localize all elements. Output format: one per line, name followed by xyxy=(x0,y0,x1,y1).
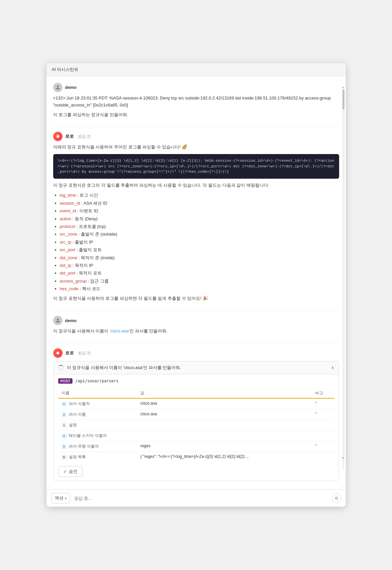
ai-time-1: 방금 전 xyxy=(78,134,91,139)
field-value xyxy=(137,431,312,441)
field-value: regex xyxy=(137,441,312,452)
ai-message-2: 로로 방금 전 이 정규식을 사용해서 이름이 'cisco.asa'인 파서를… xyxy=(53,348,339,481)
api-call-body: POST /api/sonar/parsers 이름 값 비고 xyxy=(54,374,339,481)
user-message-2: demo 이 정규식을 사용해서 이름이 'cisco.asa'인 파서를 만들… xyxy=(53,316,339,335)
col-value: 값 xyxy=(137,388,312,398)
field-protocol: protocol : 프로토콜 (tcp) xyxy=(60,223,339,230)
api-call-prompt: 이 정규식을 사용해서 이름이 'cisco.asa'인 파서를 만들어줘. xyxy=(67,365,181,371)
svg-point-2 xyxy=(57,318,59,320)
response-input[interactable] xyxy=(73,494,329,503)
loading-spinner xyxy=(58,365,64,370)
col-name: 이름 xyxy=(58,388,137,398)
api-call-header-left: 이 정규식을 사용해서 이름이 'cisco.asa'인 파서를 만들어줘. xyxy=(58,365,181,371)
action-label: 액션 xyxy=(55,495,64,501)
ai-description: 이 정규 표현식은 로그의 각 필드를 추출하여 파싱하는 데 사용할 수 있습… xyxy=(53,182,339,189)
check-icon: ✓ xyxy=(63,469,67,474)
scrollbar-thumb[interactable] xyxy=(342,90,344,109)
ai-message-1: 로로 방금 전 아래의 정규 표현식을 사용하여 주어진 로그를 파싱할 수 있… xyxy=(53,132,339,302)
title-bar: AI 어시스턴트 xyxy=(47,63,346,76)
params-table: 이름 값 비고 A파서 식별자 cisco.asa * xyxy=(58,388,334,462)
bottom-bar: 액션 ▾ ⊙ xyxy=(47,489,346,507)
ai-message-body-1: 아래의 정규 표현식을 사용하여 주어진 로그를 파싱할 수 있습니다! 🌈 \… xyxy=(53,144,339,302)
table-row: A파서 식별자 cisco.asa * xyxy=(58,398,334,409)
field-name-cell: A파서 유형 식별자 xyxy=(58,441,137,452)
scrollbar-track[interactable] xyxy=(342,90,344,469)
user-header-1: demo xyxy=(53,83,339,92)
field-event_id: event_id : 이벤트 ID xyxy=(60,207,339,215)
type-badge-d: D xyxy=(62,455,67,460)
field-required xyxy=(312,452,334,463)
user-name-1: demo xyxy=(65,85,77,90)
ai-time-2: 방금 전 xyxy=(78,350,91,356)
field-dst_zone: dst_zone : 목적지 존 (inside) xyxy=(60,254,339,262)
api-call-box: 이 정규식을 사용해서 이름이 'cisco.asa'인 파서를 만들어줘. ∧… xyxy=(53,361,339,481)
user-message-text-2: 이 정규식을 사용해서 이름이 'cisco.asa'인 파서를 만들어줘. xyxy=(53,328,339,335)
ai-logo-1 xyxy=(53,132,63,141)
chat-area[interactable]: demo <132>:Jun 18 23:01:35 PDT: %ASA-ses… xyxy=(47,76,346,489)
scroll-down-arrow[interactable]: ▼ xyxy=(342,457,344,459)
avatar-2 xyxy=(53,316,63,325)
avatar-1 xyxy=(53,83,63,92)
field-value: { "regex": "\<d+>:(?<log_time>[A-Za-z]{3… xyxy=(137,452,312,463)
type-badge-a5: A xyxy=(62,444,67,449)
field-name-cell: A파서 이름 xyxy=(58,409,137,420)
ai-intro: 아래의 정규 표현식을 사용하여 주어진 로그를 파싱할 수 있습니다! 🌈 xyxy=(53,144,339,151)
svg-point-0 xyxy=(57,86,59,88)
svg-point-1 xyxy=(57,135,59,138)
ai-header-2: 로로 방금 전 xyxy=(53,348,339,358)
action-dropdown[interactable]: 액션 ▾ xyxy=(51,493,70,503)
field-dst_port: dst_port : 목적지 포트 xyxy=(60,269,339,277)
api-call-header: 이 정규식을 사용해서 이름이 'cisco.asa'인 파서를 만들어줘. ∧ xyxy=(54,361,339,374)
send-button[interactable]: ⊙ xyxy=(332,493,341,503)
field-session_id: session_id : ASA 세션 ID xyxy=(60,199,339,207)
window-title: AI 어시스턴트 xyxy=(52,67,79,72)
field-log_time: log_time : 로그 시간 xyxy=(60,191,339,199)
log-line: <132>:Jun 18 23:01:35 PDT: %ASA-session-… xyxy=(53,95,339,109)
field-list: log_time : 로그 시간 session_id : ASA 세션 ID … xyxy=(60,191,339,292)
field-name-cell: A설명 xyxy=(58,420,137,431)
field-required xyxy=(312,420,334,431)
table-row: D설정 목록 { "regex": "\<d+>:(?<log_time>[A-… xyxy=(58,452,334,463)
collapse-button[interactable]: ∧ xyxy=(331,365,334,370)
table-row: A테이블 스키마 식별자 xyxy=(58,431,334,441)
field-dst_ip: dst_ip : 목적지 IP xyxy=(60,262,339,269)
field-required: * xyxy=(312,409,334,420)
type-badge-a3: A xyxy=(62,423,67,428)
approve-label: 승인 xyxy=(69,469,77,475)
col-note: 비고 xyxy=(312,388,334,398)
request-text-1: 이 로그를 파싱하는 정규식을 만들어줘. xyxy=(53,111,339,118)
scroll-up-arrow[interactable]: ▲ xyxy=(342,86,344,89)
field-src_ip: src_ip : 출발지 IP xyxy=(60,238,339,246)
approve-button[interactable]: ✓ 승인 xyxy=(58,466,82,477)
user-message-text-1: <132>:Jun 18 23:01:35 PDT: %ASA-session-… xyxy=(53,95,339,118)
ai-logo-2 xyxy=(53,348,63,358)
field-action: action : 동작 (Deny) xyxy=(60,215,339,223)
highlight-name: 'cisco.asa' xyxy=(110,328,129,333)
api-endpoint: POST /api/sonar/parsers xyxy=(58,378,334,384)
ai-outro: 이 정규 표현식을 사용하여 로그를 파싱하면 각 필드를 쉽게 추출할 수 있… xyxy=(53,295,339,302)
field-value xyxy=(137,420,312,431)
field-name-cell: D설정 목록 xyxy=(58,452,137,463)
field-hex_code: hex_code : 헥사 코드 xyxy=(60,285,339,292)
send-icon: ⊙ xyxy=(335,496,338,500)
field-required xyxy=(312,431,334,441)
field-value: cisco.asa xyxy=(137,409,312,420)
regex-code-block: \<d+>:(?<log_time>[A-Za-z]{3} \d{1,2} \d… xyxy=(53,154,339,179)
table-row: A설명 xyxy=(58,420,334,431)
main-window: AI 어시스턴트 demo <132>:Jun 18 23:01:35 PDT:… xyxy=(47,63,346,507)
field-required: * xyxy=(312,398,334,409)
field-name-cell: A파서 식별자 xyxy=(58,398,137,409)
ai-name-2: 로로 xyxy=(65,350,74,356)
field-name-cell: A테이블 스키마 식별자 xyxy=(58,431,137,441)
table-row: A파서 유형 식별자 regex * xyxy=(58,441,334,452)
field-value: cisco.asa xyxy=(137,398,312,409)
field-access_group: access_group : 접근 그룹 xyxy=(60,277,339,285)
field-src_port: src_port : 출발지 포트 xyxy=(60,246,339,254)
field-required: * xyxy=(312,441,334,452)
type-badge-a4: A xyxy=(62,433,67,439)
method-badge: POST xyxy=(58,378,73,384)
ai-name-1: 로로 xyxy=(65,133,74,139)
table-row: A파서 이름 cisco.asa * xyxy=(58,409,334,420)
field-src_zone: src_zone : 출발지 존 (outside) xyxy=(60,230,339,238)
type-badge-a2: A xyxy=(62,412,67,417)
